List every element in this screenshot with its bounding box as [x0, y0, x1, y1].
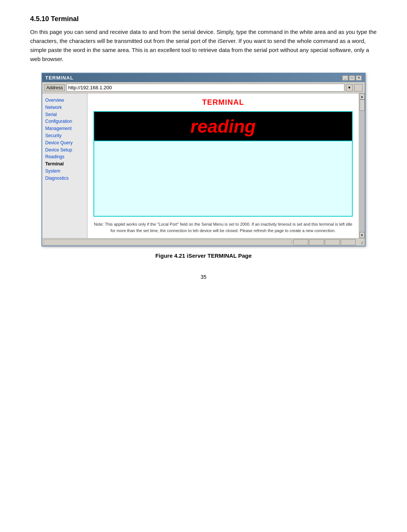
status-panel: [44, 239, 292, 245]
nav-management[interactable]: Management: [45, 125, 84, 132]
window-controls: _ □ ✕: [342, 75, 362, 81]
scrollbar-track[interactable]: [360, 99, 365, 232]
maximize-button[interactable]: □: [349, 75, 355, 81]
terminal-note: Note: This applet works only if the "Loc…: [93, 221, 353, 234]
terminal-input-area[interactable]: reading: [93, 111, 353, 141]
browser-titlebar: TERMINAL _ □ ✕: [42, 73, 365, 82]
scrollbar-up-button[interactable]: ▲: [360, 93, 365, 99]
scrollbar: ▲ ▼: [359, 93, 365, 238]
status-bar: //: [42, 238, 365, 246]
page-title: TERMINAL: [93, 98, 353, 107]
scrollbar-thumb[interactable]: [360, 99, 365, 111]
close-button[interactable]: ✕: [356, 75, 362, 81]
nav-serial[interactable]: Serial: [45, 112, 84, 118]
browser-title: TERMINAL: [45, 75, 73, 81]
sidebar-nav: Overview Network Serial Configuration Ma…: [42, 93, 87, 238]
status-block-3: [325, 239, 340, 245]
address-input[interactable]: [66, 84, 344, 92]
status-block-4: [341, 239, 356, 245]
section-heading: 4.5.10 Terminal: [30, 15, 377, 23]
nav-system[interactable]: System: [45, 168, 84, 174]
nav-diagnostics[interactable]: Diagnostics: [45, 175, 84, 182]
terminal-output-area[interactable]: [93, 141, 353, 217]
page-content: TERMINAL reading Note: This applet works…: [87, 93, 359, 238]
nav-network[interactable]: Network: [45, 104, 84, 111]
status-block-2: [309, 239, 324, 245]
address-bar: Address ▼: [42, 82, 365, 93]
resize-grip[interactable]: //: [357, 239, 363, 245]
minimize-button[interactable]: _: [342, 75, 348, 81]
browser-body: Overview Network Serial Configuration Ma…: [42, 93, 365, 238]
nav-configuration[interactable]: Configuration: [45, 118, 84, 125]
address-label: Address: [44, 84, 65, 91]
nav-device-query[interactable]: Device Query: [45, 140, 84, 146]
nav-device-setup[interactable]: Device Setup: [45, 147, 84, 153]
page-number: 35: [30, 274, 377, 280]
terminal-reading: reading: [190, 116, 256, 137]
nav-overview[interactable]: Overview: [45, 97, 84, 104]
address-go-button[interactable]: [354, 84, 363, 92]
figure-caption: Figure 4.21 iServer TERMINAL Page: [30, 252, 377, 259]
scrollbar-down-button[interactable]: ▼: [360, 232, 365, 238]
status-block-1: [293, 239, 308, 245]
address-dropdown[interactable]: ▼: [346, 84, 353, 92]
browser-window: TERMINAL _ □ ✕ Address ▼ Overview Networ…: [41, 73, 366, 246]
nav-readings[interactable]: Readings: [45, 154, 84, 160]
nav-security[interactable]: Security: [45, 133, 84, 139]
status-blocks: [293, 239, 356, 245]
nav-terminal[interactable]: Terminal: [45, 161, 84, 167]
body-text: On this page you can send and receive da…: [30, 28, 377, 64]
